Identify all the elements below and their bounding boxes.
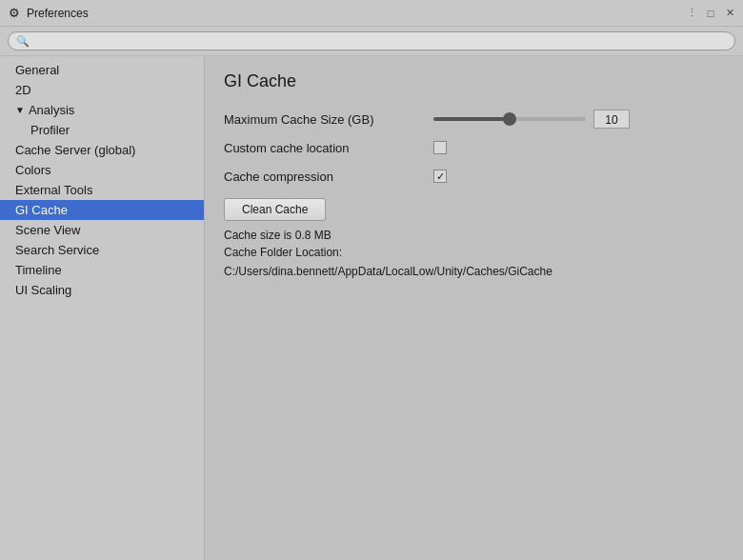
sidebar-label-timeline: Timeline xyxy=(15,263,62,277)
sidebar-item-external-tools[interactable]: External Tools xyxy=(0,180,204,200)
max-cache-size-row: Maximum Cache Size (GB) 10 xyxy=(224,109,724,130)
sidebar-item-profiler[interactable]: Profiler xyxy=(0,120,204,140)
search-input-wrap: 🔍 xyxy=(8,31,735,50)
clean-cache-button[interactable]: Clean Cache xyxy=(224,198,326,221)
cache-folder-label: Cache Folder Location: xyxy=(224,246,724,259)
search-input[interactable] xyxy=(34,34,727,48)
cache-folder-path: C:/Users/dina.bennett/AppData/LocalLow/U… xyxy=(224,265,724,278)
search-bar: 🔍 xyxy=(0,27,743,56)
custom-cache-checkbox[interactable] xyxy=(433,141,447,154)
sidebar-label-external-tools: External Tools xyxy=(15,183,92,197)
main-layout: General 2D ▼ Analysis Profiler Cache Ser… xyxy=(0,56,743,560)
sidebar-item-ui-scaling[interactable]: UI Scaling xyxy=(0,280,204,300)
max-cache-size-control: 10 xyxy=(433,110,630,129)
custom-cache-control xyxy=(433,141,447,154)
arrow-icon: ▼ xyxy=(15,105,25,115)
sidebar-item-2d[interactable]: 2D xyxy=(0,80,204,100)
sidebar-label-profiler: Profiler xyxy=(30,123,70,137)
sidebar-item-cache-server[interactable]: Cache Server (global) xyxy=(0,140,204,160)
cache-compression-label: Cache compression xyxy=(224,170,433,184)
max-cache-size-label: Maximum Cache Size (GB) xyxy=(224,112,433,127)
sidebar-label-scene-view: Scene View xyxy=(15,223,80,237)
close-button[interactable]: ✕ xyxy=(722,6,737,21)
cache-size-value: 10 xyxy=(593,110,630,129)
sidebar-item-search-service[interactable]: Search Service xyxy=(0,240,204,260)
cache-compression-row: Cache compression xyxy=(224,166,724,187)
cache-compression-control xyxy=(433,170,447,183)
title-bar-controls: ⋮ □ ✕ xyxy=(684,6,737,21)
sidebar-label-2d: 2D xyxy=(15,83,31,97)
content-area: GI Cache Maximum Cache Size (GB) 10 Cust… xyxy=(205,56,743,560)
title-bar: ⚙ Preferences ⋮ □ ✕ xyxy=(0,0,743,27)
sidebar-item-scene-view[interactable]: Scene View xyxy=(0,220,204,240)
search-icon: 🔍 xyxy=(16,35,30,48)
sidebar-label-search-service: Search Service xyxy=(15,243,99,257)
cache-size-slider[interactable] xyxy=(433,117,586,121)
sidebar-label-gi-cache: GI Cache xyxy=(15,203,68,217)
gear-icon: ⚙ xyxy=(8,7,21,20)
content-title: GI Cache xyxy=(224,71,724,91)
sidebar-item-gi-cache[interactable]: GI Cache xyxy=(0,200,204,220)
sidebar-label-analysis: Analysis xyxy=(29,103,74,117)
sidebar-item-colors[interactable]: Colors xyxy=(0,160,204,180)
cache-size-info: Cache size is 0.8 MB xyxy=(224,229,724,242)
title-bar-left: ⚙ Preferences xyxy=(8,7,89,20)
menu-button[interactable]: ⋮ xyxy=(684,6,699,21)
custom-cache-location-row: Custom cache location xyxy=(224,137,724,158)
sidebar-item-general[interactable]: General xyxy=(0,60,204,80)
sidebar-label-colors: Colors xyxy=(15,163,51,177)
custom-cache-label: Custom cache location xyxy=(224,141,433,155)
maximize-button[interactable]: □ xyxy=(703,6,718,21)
sidebar-label-ui-scaling: UI Scaling xyxy=(15,283,71,297)
sidebar-label-general: General xyxy=(15,63,59,77)
sidebar: General 2D ▼ Analysis Profiler Cache Ser… xyxy=(0,56,205,560)
cache-compression-checkbox[interactable] xyxy=(433,170,447,183)
sidebar-item-timeline[interactable]: Timeline xyxy=(0,260,204,280)
sidebar-label-cache-server: Cache Server (global) xyxy=(15,143,135,157)
sidebar-item-analysis[interactable]: ▼ Analysis xyxy=(0,100,204,120)
window-title: Preferences xyxy=(27,7,89,20)
